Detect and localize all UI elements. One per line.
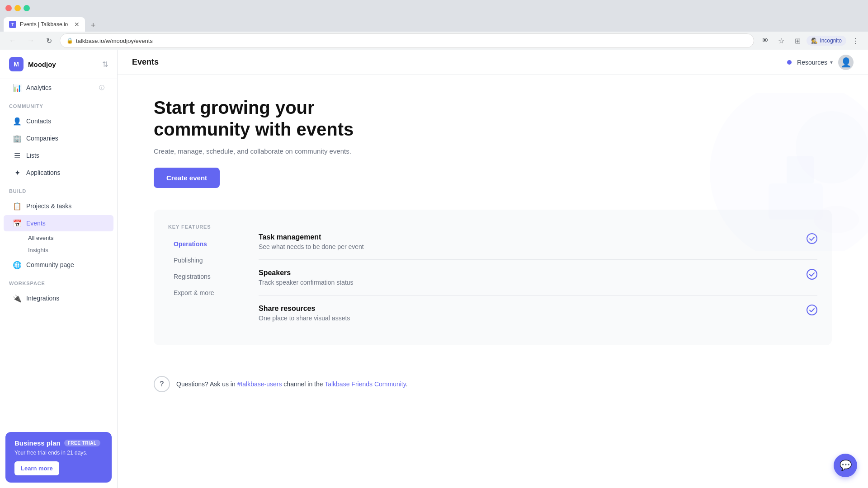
create-event-button[interactable]: Create event <box>154 168 220 188</box>
contacts-label: Contacts <box>26 117 51 125</box>
user-avatar[interactable]: 👤 <box>838 55 854 70</box>
hero-illustration <box>642 93 868 251</box>
chat-button[interactable]: 💬 <box>834 454 857 477</box>
sidebar: M Moodjoy ⇅ 📊 Analytics ⓘ Community 👤 Co… <box>0 50 118 488</box>
feature-desc-share: One place to share visual assets <box>259 314 797 322</box>
sidebar-item-analytics[interactable]: 📊 Analytics ⓘ <box>4 80 113 96</box>
events-body: Start growing your community with events… <box>118 75 868 488</box>
browser-chrome: T Events | Talkbase.io ✕ + ← → ↻ 🔒 talkb… <box>0 0 868 50</box>
hero-section: Start growing your community with events… <box>154 97 470 188</box>
applications-icon: ✦ <box>13 168 22 177</box>
forward-button[interactable]: → <box>24 33 38 48</box>
tab-close-button[interactable]: ✕ <box>74 21 80 28</box>
sidebar-item-community-page[interactable]: 🌐 Community page <box>4 257 113 273</box>
features-nav-label: KEY FEATURES <box>168 224 241 230</box>
more-options-button[interactable]: ⋮ <box>848 33 863 48</box>
app-layout: M Moodjoy ⇅ 📊 Analytics ⓘ Community 👤 Co… <box>0 50 868 488</box>
community-page-icon: 🌐 <box>13 260 22 269</box>
trial-learn-button[interactable]: Learn more <box>14 461 59 475</box>
question-icon: ? <box>154 376 170 392</box>
sidebar-item-companies[interactable]: 🏢 Companies <box>4 130 113 146</box>
trial-banner-header: Business plan FREE TRIAL <box>14 439 103 447</box>
status-dot <box>787 60 792 65</box>
sidebar-subitem-all-events[interactable]: All events <box>23 232 117 244</box>
companies-label: Companies <box>26 135 58 142</box>
features-nav-registrations[interactable]: Registrations <box>168 269 241 284</box>
sidebar-item-applications[interactable]: ✦ Applications <box>4 164 113 181</box>
sidebar-subitem-insights[interactable]: Insights <box>23 244 117 256</box>
brand-avatar: M <box>9 57 24 71</box>
lists-label: Lists <box>26 152 39 159</box>
tab-title: Events | Talkbase.io <box>20 21 71 28</box>
hide-eye-button[interactable]: 👁 <box>758 33 772 48</box>
feature-row-speakers: Speakers Track speaker confirmation stat… <box>259 260 817 296</box>
sidebar-item-integrations[interactable]: 🔌 Integrations <box>4 290 113 306</box>
features-nav-export[interactable]: Export & more <box>168 286 241 300</box>
lock-icon: 🔒 <box>66 38 73 44</box>
analytics-info-icon: ⓘ <box>99 84 104 92</box>
feature-row-share-resources: Share resources One place to share visua… <box>259 296 817 331</box>
address-bar[interactable]: 🔒 talkbase.io/w/moodjoy/events <box>60 33 754 48</box>
integrations-label: Integrations <box>26 295 59 302</box>
events-icon: 📅 <box>13 219 22 228</box>
back-button[interactable]: ← <box>5 33 20 48</box>
projects-label: Projects & tasks <box>26 202 71 210</box>
incognito-icon: 🕵 <box>811 38 818 44</box>
bookmark-button[interactable]: ☆ <box>774 33 788 48</box>
brand-name: Moodjoy <box>28 61 56 68</box>
features-nav-operations[interactable]: Operations <box>168 237 241 251</box>
sidebar-item-lists[interactable]: ☰ Lists <box>4 147 113 164</box>
svg-point-6 <box>807 269 817 279</box>
sidebar-button[interactable]: ⊞ <box>790 33 805 48</box>
svg-point-4 <box>814 206 859 233</box>
features-nav-publishing[interactable]: Publishing <box>168 253 241 267</box>
sidebar-brand: M Moodjoy <box>9 57 56 71</box>
main-header: Events Resources ▾ 👤 <box>118 50 868 75</box>
browser-close-button[interactable] <box>5 5 12 11</box>
svg-rect-3 <box>787 156 814 183</box>
feature-info-share: Share resources One place to share visua… <box>259 305 797 322</box>
events-label: Events <box>26 220 46 227</box>
sidebar-expand-button[interactable]: ⇅ <box>102 60 108 69</box>
applications-label: Applications <box>26 169 61 176</box>
features-nav: KEY FEATURES Operations Publishing Regis… <box>168 224 241 331</box>
projects-icon: 📋 <box>13 202 22 211</box>
url-text: talkbase.io/w/moodjoy/events <box>76 38 153 44</box>
sidebar-item-contacts[interactable]: 👤 Contacts <box>4 113 113 129</box>
toolbar-right: 👁 ☆ ⊞ 🕵 Incognito ⋮ <box>758 33 863 48</box>
lists-icon: ☰ <box>13 151 22 160</box>
reload-button[interactable]: ↻ <box>42 33 56 48</box>
incognito-label: Incognito <box>820 38 842 44</box>
talkbase-users-link[interactable]: #talkbase-users <box>237 380 282 388</box>
section-workspace: Workspace <box>0 273 117 290</box>
talkbase-community-link[interactable]: Talkbase Friends Community <box>325 380 406 388</box>
bottom-question: ? Questions? Ask us in #talkbase-users c… <box>154 367 832 401</box>
events-sub-items: All events Insights <box>0 232 117 256</box>
trial-banner-desc: Your free trial ends in 21 days. <box>14 450 103 456</box>
feature-title-share: Share resources <box>259 305 797 313</box>
feature-info-speakers: Speakers Track speaker confirmation stat… <box>259 269 797 286</box>
main-content: Events Resources ▾ 👤 <box>118 50 868 488</box>
hero-title: Start growing your community with events <box>154 97 470 140</box>
trial-banner: Business plan FREE TRIAL Your free trial… <box>5 432 112 483</box>
browser-tab-active[interactable]: T Events | Talkbase.io ✕ <box>4 17 85 32</box>
feature-desc-speakers: Track speaker confirmation status <box>259 279 797 286</box>
sidebar-item-projects[interactable]: 📋 Projects & tasks <box>4 198 113 214</box>
sidebar-header: M Moodjoy ⇅ <box>0 50 117 79</box>
resources-button[interactable]: Resources ▾ <box>797 59 833 66</box>
incognito-badge: 🕵 Incognito <box>807 36 846 46</box>
browser-minimize-button[interactable] <box>14 5 21 11</box>
sidebar-item-events[interactable]: 📅 Events <box>4 215 113 231</box>
svg-rect-2 <box>769 183 823 220</box>
analytics-icon: 📊 <box>13 83 22 92</box>
contacts-icon: 👤 <box>13 117 22 126</box>
integrations-icon: 🔌 <box>13 294 22 303</box>
community-page-label: Community page <box>26 261 74 268</box>
hero-subtitle: Create, manage, schedule, and collaborat… <box>154 147 470 155</box>
header-right: Resources ▾ 👤 <box>787 55 854 70</box>
new-tab-button[interactable]: + <box>87 19 99 32</box>
browser-controls <box>5 5 30 11</box>
browser-maximize-button[interactable] <box>24 5 30 11</box>
companies-icon: 🏢 <box>13 134 22 143</box>
chat-icon: 💬 <box>840 460 852 471</box>
